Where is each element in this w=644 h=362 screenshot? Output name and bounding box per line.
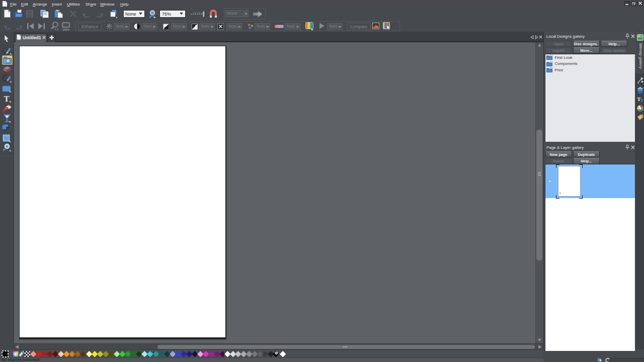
svg-text:T: T — [4, 95, 10, 103]
svg-text:100%: 100% — [62, 28, 69, 31]
svg-text:T: T — [640, 98, 643, 103]
svg-text:1:1: 1:1 — [55, 28, 58, 31]
